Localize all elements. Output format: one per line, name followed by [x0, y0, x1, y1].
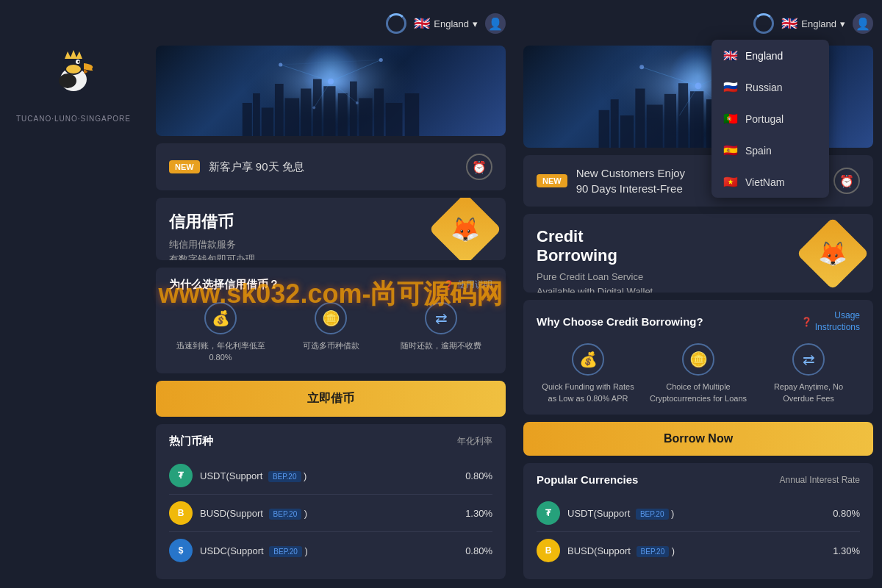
right-rate-label: Annual Interest Rate	[780, 475, 860, 485]
right-borrow-button[interactable]: Borrow Now	[523, 422, 873, 456]
right-lang-selector[interactable]: 🇬🇧 England ▾	[781, 15, 845, 32]
right-feature-label-1: Quick Funding with Ratesas Low as 0.80% …	[542, 381, 634, 404]
network-svg	[156, 46, 506, 136]
usdt-rate: 0.80%	[465, 470, 492, 481]
left-popular-section: 热门币种 年化利率 ₮ USDT(Support BEP.20 ) 0.80% …	[156, 424, 506, 579]
svg-point-30	[312, 107, 315, 110]
left-subtitle-2: 有数字钱包即可办理	[169, 254, 255, 260]
svg-rect-17	[350, 82, 357, 137]
left-why-section: 为什么选择信用借币？ ❓ 使用说明 💰 迅速到账，年化利率低至0.80% 🪙 可…	[156, 268, 506, 373]
dropdown-item-russian[interactable]: 🇷🇺 Russian	[711, 71, 829, 103]
dropdown-item-spain[interactable]: 🇪🇸 Spain	[711, 135, 829, 166]
feature-item-2: 🪙 可选多币种借款	[279, 302, 382, 363]
svg-marker-3	[65, 50, 82, 59]
right-usage-link[interactable]: ❓ UsageInstructions	[801, 310, 860, 333]
left-top-bar: 🇬🇧 England ▾ 👤	[156, 9, 506, 38]
dropdown-label-portugal: Portugal	[745, 113, 784, 125]
svg-point-29	[379, 58, 383, 62]
currency-row-usdt: ₮ USDT(Support BEP.20 ) 0.80%	[169, 457, 492, 495]
svg-point-52	[639, 65, 644, 69]
right-feature-icon-speed: 💰	[572, 343, 604, 376]
svg-rect-11	[275, 84, 284, 136]
svg-point-51	[695, 82, 702, 89]
busd-name: BUSD(Support BEP.20 )	[200, 508, 458, 519]
right-subtitle-1: Pure Credit Loan Service	[537, 271, 643, 282]
feature-label-3: 随时还款，逾期不收费	[401, 340, 481, 351]
left-rate-label: 年化利率	[457, 435, 492, 448]
left-lang-selector[interactable]: 🇬🇧 England ▾	[414, 15, 478, 32]
flag-russian: 🇷🇺	[723, 80, 738, 94]
right-busd-name: BUSD(Support BEP.20 )	[567, 545, 825, 556]
right-why-features: 💰 Quick Funding with Ratesas Low as 0.80…	[537, 343, 860, 404]
svg-rect-19	[374, 88, 384, 136]
right-loading-icon	[753, 13, 774, 34]
right-question-icon: ❓	[801, 317, 812, 327]
right-feature-item-3: ⇄ Repay Anytime, NoOverdue Fees	[757, 343, 860, 404]
svg-rect-9	[253, 93, 260, 136]
dropdown-item-vietnam[interactable]: 🇻🇳 VietNam	[711, 166, 829, 198]
right-user-icon[interactable]: 👤	[853, 13, 873, 34]
svg-rect-39	[678, 83, 688, 148]
svg-rect-37	[647, 105, 663, 148]
right-busd-bep-badge: BEP.20	[637, 546, 670, 557]
right-usdt-icon: ₮	[537, 501, 560, 525]
right-why-header: Why Choose Credit Borrowing? ❓ UsageInst…	[537, 310, 860, 333]
dropdown-item-portugal[interactable]: 🇵🇹 Portugal	[711, 103, 829, 135]
left-fox-icon: 🦊	[440, 204, 491, 255]
right-fox-emoji: 🦊	[818, 240, 847, 268]
busd-icon: B	[169, 501, 193, 525]
svg-rect-15	[323, 86, 335, 136]
svg-rect-12	[285, 98, 299, 136]
language-dropdown: 🇬🇧 England 🇷🇺 Russian 🇵🇹 Portugal 🇪🇸 Spa…	[711, 40, 829, 198]
svg-rect-18	[359, 98, 372, 136]
left-user-icon[interactable]: 👤	[485, 13, 506, 34]
svg-point-2	[66, 65, 81, 74]
left-promo-text: 新客户享 90天 免息	[209, 160, 457, 174]
svg-rect-16	[338, 93, 348, 136]
usdc-name: USDC(Support BEP.20 )	[200, 545, 458, 556]
feature-icon-repay: ⇄	[425, 302, 457, 334]
sidebar: TUCANO·LUNO·SINGAPORE	[0, 0, 147, 588]
feature-item-3: ⇄ 随时还款，逾期不收费	[390, 302, 492, 363]
usdc-icon: $	[169, 539, 193, 562]
left-new-badge: NEW	[169, 160, 200, 173]
sidebar-logo: TUCANO·LUNO·SINGAPORE	[16, 44, 131, 123]
svg-rect-13	[301, 88, 311, 136]
left-borrow-button[interactable]: 立即借币	[156, 381, 506, 417]
fox-emoji: 🦊	[451, 215, 480, 243]
busd-bep-badge: BEP.20	[269, 509, 302, 520]
svg-rect-40	[690, 91, 703, 148]
left-lang-label: England	[434, 18, 469, 29]
dropdown-item-england[interactable]: 🇬🇧 England	[711, 40, 829, 71]
right-usdt-rate: 0.80%	[833, 508, 860, 519]
right-popular-title: Popular Currencies	[537, 473, 638, 486]
left-usage-link[interactable]: ❓ 使用说明	[443, 279, 492, 291]
feature-label-2: 可选多币种借款	[303, 340, 359, 351]
dropdown-label-russian: Russian	[745, 82, 783, 93]
right-feature-label-3: Repay Anytime, NoOverdue Fees	[774, 381, 843, 404]
right-subtitle-2: Available with Digital Wallet	[537, 286, 653, 293]
right-busd-rate: 1.30%	[833, 545, 860, 556]
logo-icon	[44, 44, 103, 103]
right-credit-section: Credit Borrowing Pure Credit Loan Servic…	[523, 214, 873, 293]
right-feature-icon-multi: 🪙	[682, 343, 714, 376]
right-usdt-name: USDT(Support BEP.20 )	[567, 508, 825, 519]
right-busd-icon: B	[537, 539, 560, 562]
right-panel: 🇬🇧 England ▾ 👤 🇬🇧 England 🇷🇺 Russian 🇵🇹 …	[514, 0, 882, 588]
svg-rect-20	[386, 103, 403, 136]
svg-rect-34	[611, 99, 619, 148]
feature-item-1: 💰 迅速到账，年化利率低至0.80%	[169, 302, 272, 363]
left-banner-visual	[156, 46, 506, 136]
main-area: 🇬🇧 England ▾ 👤	[147, 0, 882, 588]
right-why-title: Why Choose Credit Borrowing?	[537, 315, 703, 328]
feature-label-1: 迅速到账，年化利率低至0.80%	[176, 340, 265, 363]
right-usage-label: UsageInstructions	[815, 310, 860, 333]
right-lang-label: England	[801, 18, 836, 29]
question-icon: ❓	[443, 280, 454, 290]
right-new-badge: NEW	[537, 174, 567, 187]
right-feature-icon-repay: ⇄	[792, 343, 825, 376]
left-usage-label: 使用说明	[457, 279, 492, 291]
left-promo-icon: ⏰	[466, 154, 492, 180]
right-promo-icon: ⏰	[833, 168, 860, 194]
right-fox-icon: 🦊	[807, 228, 858, 279]
